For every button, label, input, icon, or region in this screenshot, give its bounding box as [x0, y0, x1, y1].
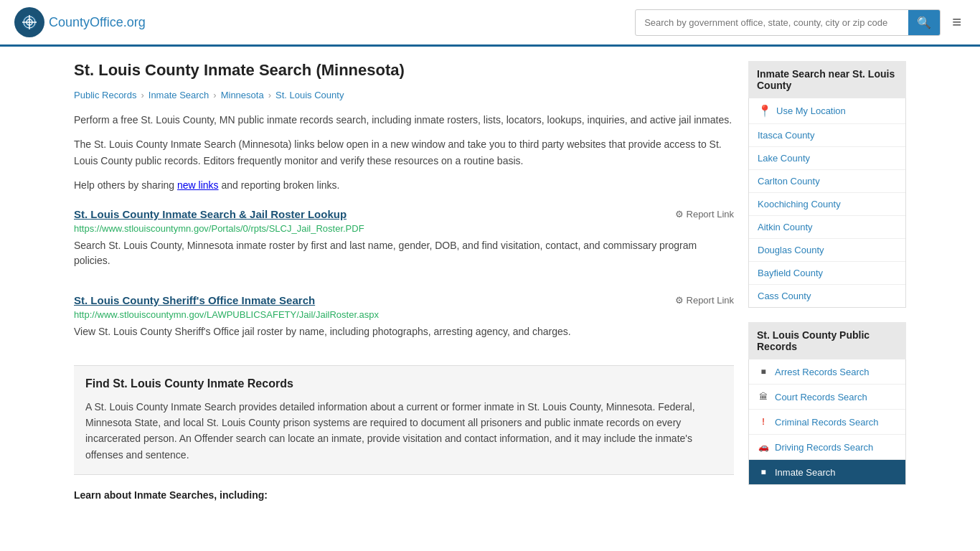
- link-2-desc: View St. Louis County Sheriff's Office j…: [74, 324, 734, 339]
- sidebar-nearby-list: 📍 Use My Location Itasca County Lake Cou…: [748, 98, 906, 308]
- sidebar-item-bayfield[interactable]: Bayfield County: [749, 262, 905, 285]
- breadcrumb-inmate-search[interactable]: Inmate Search: [149, 90, 209, 100]
- link-1-url[interactable]: https://www.stlouiscountymn.gov/Portals/…: [74, 223, 734, 234]
- intro-para-1: Perform a free St. Louis County, MN publ…: [74, 112, 734, 128]
- sidebar: Inmate Search near St. Louis County 📍 Us…: [748, 61, 906, 501]
- inmate-icon: ■: [758, 466, 769, 478]
- breadcrumb-minnesota[interactable]: Minnesota: [221, 90, 264, 100]
- sidebar-arrest-records[interactable]: ■ Arrest Records Search: [749, 359, 905, 385]
- link-entry-1: St. Louis County Inmate Search & Jail Ro…: [74, 208, 734, 280]
- breadcrumb-sep-2: ›: [213, 90, 216, 100]
- breadcrumb-sep-1: ›: [141, 90, 143, 100]
- sidebar-item-carlton[interactable]: Carlton County: [749, 170, 905, 193]
- sidebar-item-douglas[interactable]: Douglas County: [749, 239, 905, 262]
- find-records-body: A St. Louis County Inmate Search provide…: [85, 399, 722, 463]
- main-content: St. Louis County Inmate Search (Minnesot…: [74, 61, 734, 501]
- arrest-icon: ■: [758, 366, 769, 377]
- sidebar-driving-records[interactable]: 🚗 Driving Records Search: [749, 435, 905, 460]
- court-icon: 🏛: [758, 391, 769, 402]
- link-entry-2: St. Louis County Sheriff's Office Inmate…: [74, 294, 734, 351]
- use-location-link[interactable]: Use My Location: [776, 105, 846, 116]
- driving-icon: 🚗: [758, 441, 769, 453]
- sidebar-nearby-section: Inmate Search near St. Louis County 📍 Us…: [748, 61, 906, 308]
- sidebar-item-cass[interactable]: Cass County: [749, 285, 905, 307]
- page-title: St. Louis County Inmate Search (Minnesot…: [74, 61, 734, 80]
- search-input[interactable]: [636, 11, 908, 34]
- logo-icon: [14, 7, 44, 37]
- sidebar-criminal-records[interactable]: ! Criminal Records Search: [749, 410, 905, 435]
- logo-area: CountyOffice.org: [14, 7, 146, 37]
- new-links-link[interactable]: new links: [177, 179, 219, 191]
- search-bar: 🔍: [635, 9, 941, 36]
- sidebar-item-lake[interactable]: Lake County: [749, 147, 905, 170]
- report-link-1[interactable]: ⚙ Report Link: [675, 209, 734, 220]
- header-right: 🔍 ≡: [635, 9, 966, 36]
- sidebar-inmate-search[interactable]: ■ Inmate Search: [749, 460, 905, 484]
- report-link-2[interactable]: ⚙ Report Link: [675, 295, 734, 306]
- breadcrumb: Public Records › Inmate Search › Minneso…: [74, 90, 734, 100]
- sidebar-court-records[interactable]: 🏛 Court Records Search: [749, 385, 905, 410]
- sidebar-nearby-header: Inmate Search near St. Louis County: [748, 61, 906, 98]
- main-container: St. Louis County Inmate Search (Minnesot…: [60, 47, 920, 515]
- link-2-url[interactable]: http://www.stlouiscountymn.gov/LAWPUBLIC…: [74, 309, 734, 320]
- sidebar-records-list: ■ Arrest Records Search 🏛 Court Records …: [748, 359, 906, 485]
- search-button[interactable]: 🔍: [908, 10, 940, 35]
- sidebar-records-header: St. Louis County Public Records: [748, 322, 906, 359]
- find-records-box: Find St. Louis County Inmate Records A S…: [74, 365, 734, 476]
- link-entry-2-header: St. Louis County Sheriff's Office Inmate…: [74, 294, 734, 306]
- link-entry-1-header: St. Louis County Inmate Search & Jail Ro…: [74, 208, 734, 220]
- intro-para-2: The St. Louis County Inmate Search (Minn…: [74, 136, 734, 169]
- sidebar-use-location[interactable]: 📍 Use My Location: [749, 98, 905, 124]
- sidebar-item-aitkin[interactable]: Aitkin County: [749, 216, 905, 239]
- intro-para-3: Help others by sharing new links and rep…: [74, 177, 734, 193]
- link-1-title[interactable]: St. Louis County Inmate Search & Jail Ro…: [74, 208, 347, 220]
- site-header: CountyOffice.org 🔍 ≡: [0, 0, 980, 47]
- link-1-desc: Search St. Louis County, Minnesota inmat…: [74, 238, 734, 268]
- sidebar-item-itasca[interactable]: Itasca County: [749, 124, 905, 147]
- breadcrumb-st-louis-county[interactable]: St. Louis County: [275, 90, 344, 100]
- hamburger-menu-icon[interactable]: ≡: [948, 9, 966, 36]
- link-2-title[interactable]: St. Louis County Sheriff's Office Inmate…: [74, 294, 315, 306]
- breadcrumb-sep-3: ›: [268, 90, 271, 100]
- learn-title: Learn about Inmate Searches, including:: [74, 489, 734, 501]
- location-icon: 📍: [758, 104, 772, 118]
- sidebar-records-section: St. Louis County Public Records ■ Arrest…: [748, 322, 906, 485]
- sidebar-item-koochiching[interactable]: Koochiching County: [749, 193, 905, 216]
- criminal-icon: !: [758, 416, 769, 428]
- logo-text: CountyOffice.org: [49, 15, 146, 30]
- breadcrumb-public-records[interactable]: Public Records: [74, 90, 136, 100]
- find-records-title: Find St. Louis County Inmate Records: [85, 377, 722, 390]
